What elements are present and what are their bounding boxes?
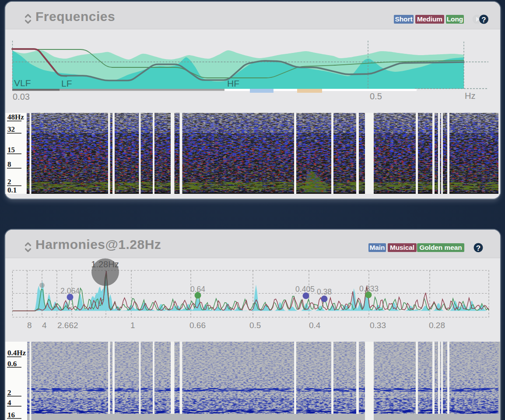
- svg-text:4: 4: [7, 399, 11, 407]
- svg-text:0.5: 0.5: [249, 321, 261, 330]
- svg-text:1.28Hz: 1.28Hz: [91, 259, 119, 269]
- svg-text:2.064: 2.064: [60, 287, 80, 295]
- svg-text:0.64: 0.64: [190, 285, 205, 294]
- svg-text:16: 16: [7, 411, 15, 419]
- svg-text:Hz: Hz: [465, 91, 475, 101]
- svg-text:0.5: 0.5: [370, 91, 382, 101]
- svg-text:2.662: 2.662: [57, 321, 78, 330]
- svg-text:8: 8: [7, 160, 11, 168]
- svg-text:LF: LF: [61, 78, 72, 88]
- svg-text:0.1: 0.1: [7, 186, 17, 194]
- svg-text:0.4Hz: 0.4Hz: [7, 349, 26, 357]
- svg-text:2: 2: [7, 178, 11, 186]
- svg-text:32: 32: [7, 125, 15, 133]
- svg-text:2: 2: [7, 388, 11, 397]
- svg-text:0.66: 0.66: [189, 321, 206, 330]
- svg-text:4: 4: [42, 321, 47, 330]
- svg-text:?: ?: [476, 244, 480, 252]
- svg-text:0.38: 0.38: [317, 287, 332, 296]
- svg-text:0.28: 0.28: [429, 321, 445, 330]
- svg-text:8: 8: [27, 321, 32, 330]
- svg-text:0.405: 0.405: [295, 285, 315, 294]
- svg-text:1: 1: [130, 321, 135, 330]
- svg-text:0.6: 0.6: [7, 360, 17, 368]
- svg-text:HF: HF: [227, 78, 239, 88]
- svg-text:VLF: VLF: [14, 78, 31, 88]
- svg-text:0.4: 0.4: [309, 321, 321, 330]
- svg-text:0.33: 0.33: [370, 321, 386, 330]
- svg-text:48Hz: 48Hz: [7, 113, 24, 121]
- svg-text:0.333: 0.333: [359, 284, 379, 293]
- svg-text:15: 15: [7, 146, 15, 154]
- svg-text:0.03: 0.03: [13, 92, 30, 102]
- svg-text:?: ?: [481, 16, 486, 24]
